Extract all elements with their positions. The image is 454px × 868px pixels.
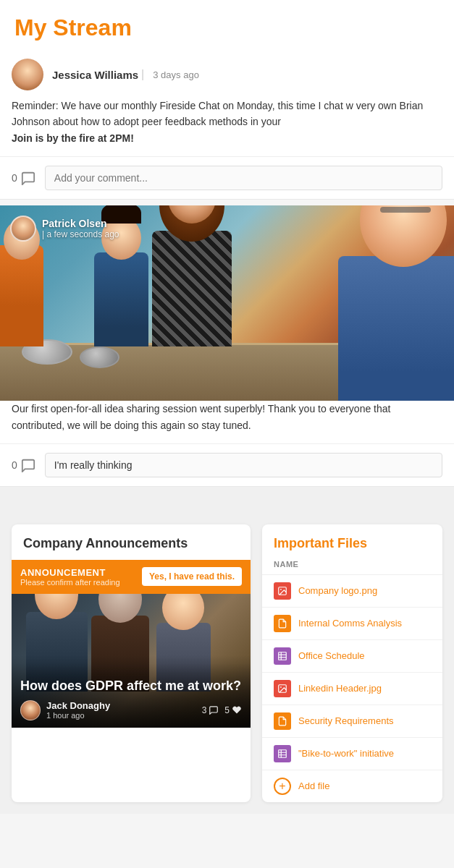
comment-icon-jessica — [20, 171, 36, 185]
ann-comment-count: 3 — [202, 705, 207, 715]
spreadsheet-icon-5 — [277, 749, 287, 759]
file-name-2: Office Schedule — [298, 650, 365, 661]
file-name-0: Company logo.png — [298, 585, 377, 596]
banner-label: ANNOUNCEMENT — [20, 567, 120, 578]
file-icon-spreadsheet-5 — [274, 745, 291, 762]
file-name-4: Security Requirements — [298, 715, 394, 726]
comment-area-jessica: 0 — [0, 156, 454, 199]
announcements-title: Company Announcements — [12, 524, 251, 560]
glasses — [380, 207, 431, 213]
file-icon-spreadsheet-2 — [274, 647, 291, 665]
post-meta-jessica: Jessica Williams | 3 days ago — [52, 68, 199, 81]
ann-heart-icon — [232, 705, 242, 715]
files-card: Important Files NAME Company logo.png — [262, 524, 442, 802]
spreadsheet-icon-2 — [277, 651, 287, 661]
photo-overlay-author: Patrick Olsen | a few seconds ago — [10, 216, 119, 242]
files-col-header: NAME — [262, 557, 442, 575]
svg-point-1 — [280, 589, 282, 590]
page-header: My Stream — [0, 0, 454, 48]
files-title: Important Files — [262, 524, 442, 557]
time-jessica: 3 days ago — [153, 69, 199, 80]
file-item-1[interactable]: Internal Comms Analysis — [262, 608, 442, 640]
post-header-jessica: Jessica Williams | 3 days ago — [0, 48, 454, 98]
file-name-1: Internal Comms Analysis — [298, 618, 402, 629]
ann-stat-comments: 3 — [202, 705, 219, 715]
center-woman-body — [152, 231, 232, 346]
page-title: My Stream — [14, 14, 440, 41]
add-file-icon: + — [274, 778, 291, 795]
add-file-label: Add file — [298, 780, 329, 791]
file-name-3: Linkedin Header.jpg — [298, 683, 382, 694]
photo-overlay-info: Patrick Olsen | a few seconds ago — [42, 218, 119, 239]
comment-count-jessica: 0 — [12, 171, 36, 185]
file-icon-doc-1 — [274, 615, 291, 632]
doc-icon-4 — [277, 716, 287, 726]
add-file-row[interactable]: + Add file — [262, 770, 442, 802]
person-left-body — [0, 245, 43, 346]
file-item-2[interactable]: Office Schedule — [262, 640, 442, 673]
comment-area-patrick: 0 — [0, 443, 454, 486]
file-icon-doc-4 — [274, 712, 291, 730]
ann-author-row: Jack Donaghy 1 hour ago 3 — [20, 700, 242, 720]
post-text-patrick: Our first open-for-all idea sharing sess… — [12, 403, 390, 430]
ann-author-time: 1 hour ago — [46, 711, 110, 720]
doc-icon-1 — [277, 618, 287, 629]
announcement-banner: ANNOUNCEMENT Please confirm after readin… — [12, 560, 251, 594]
file-item-3[interactable]: Linkedin Header.jpg — [262, 673, 442, 705]
separator-jessica: | — [141, 68, 144, 81]
ann-author-info: Jack Donaghy 1 hour ago — [20, 700, 110, 720]
image-icon-0 — [277, 586, 287, 596]
avatar-jessica — [12, 59, 43, 90]
photo-overlay-time: | a few seconds ago — [42, 229, 119, 239]
file-item-4[interactable]: Security Requirements — [262, 705, 442, 738]
ann-author-text: Jack Donaghy 1 hour ago — [46, 700, 110, 720]
author-jessica: Jessica Williams — [52, 69, 138, 81]
person-bg-body — [94, 252, 148, 346]
section-divider — [0, 487, 454, 501]
count-number-jessica: 0 — [12, 172, 17, 184]
ann-like-count: 5 — [224, 705, 230, 715]
count-number-patrick: 0 — [12, 459, 17, 471]
svg-rect-8 — [279, 750, 287, 758]
post-image-patrick: Patrick Olsen | a few seconds ago — [0, 205, 454, 401]
bottom-section: Company Announcements ANNOUNCEMENT Pleas… — [0, 513, 454, 814]
comment-input-patrick[interactable] — [45, 453, 442, 477]
confirm-read-button[interactable]: Yes, I have read this. — [142, 567, 242, 586]
ann-author-name: Jack Donaghy — [46, 700, 110, 711]
svg-point-7 — [280, 686, 282, 688]
svg-rect-2 — [279, 652, 287, 660]
image-icon-3 — [277, 684, 287, 694]
ann-avatar — [20, 700, 41, 720]
right-person-body — [338, 256, 454, 401]
ann-overlay: How does GDPR affect me at work? Jack Do… — [12, 663, 251, 728]
file-item-5[interactable]: "Bike-to-work" initiative — [262, 738, 442, 770]
banner-text: ANNOUNCEMENT Please confirm after readin… — [20, 567, 120, 587]
post-highlight-jessica: Join is by the fire at 2PM! — [12, 132, 134, 144]
ann-comment-icon — [209, 705, 219, 715]
photo-overlay-avatar — [10, 216, 36, 242]
page-container: My Stream Jessica Williams | 3 days ago … — [0, 0, 454, 814]
post-card-jessica: Jessica Williams | 3 days ago Reminder: … — [0, 48, 454, 200]
ann-stats: 3 5 — [202, 705, 242, 715]
announcement-image: How does GDPR affect me at work? Jack Do… — [12, 594, 251, 728]
bowl-2 — [80, 346, 119, 368]
file-icon-image-0 — [274, 582, 291, 600]
announcements-card: Company Announcements ANNOUNCEMENT Pleas… — [12, 524, 251, 802]
comment-input-jessica[interactable] — [45, 166, 442, 190]
file-icon-image-3 — [274, 680, 291, 697]
spacer — [0, 501, 454, 513]
comment-count-patrick: 0 — [12, 458, 36, 472]
ann-stat-likes: 5 — [224, 705, 242, 715]
file-name-5: "Bike-to-work" initiative — [298, 748, 394, 759]
post-body-patrick: Our first open-for-all idea sharing sess… — [0, 401, 454, 443]
ann-card-title: How does GDPR affect me at work? — [20, 678, 242, 694]
post-body-jessica: Reminder: We have our monthly Fireside C… — [0, 98, 454, 156]
banner-sub: Please confirm after reading — [20, 578, 120, 587]
comment-icon-patrick — [20, 458, 36, 472]
post-card-patrick: Patrick Olsen | a few seconds ago Our fi… — [0, 205, 454, 487]
file-item-0[interactable]: Company logo.png — [262, 575, 442, 608]
post-text-jessica: Reminder: We have our monthly Fireside C… — [12, 100, 423, 127]
photo-overlay-name: Patrick Olsen — [42, 218, 119, 229]
